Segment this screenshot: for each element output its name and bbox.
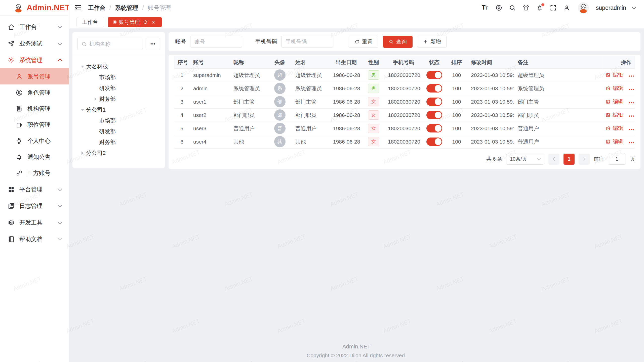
sidebar-subitem-profile-center[interactable]: 个人中心 [0,133,69,149]
col-modified: 修改时间 [467,56,514,68]
caret-down-icon [81,109,84,111]
add-button[interactable]: 新增 [417,36,447,48]
user-avatar[interactable] [578,2,589,13]
tree-node[interactable]: 研发部 [77,83,160,94]
sidebar-item-workbench[interactable]: 工作台 [0,19,69,35]
edit-pencil-icon [606,139,611,144]
cell-name: 普通用户 [292,122,330,135]
goto-label: 前往 [594,156,604,162]
sidebar-subitem-org-mgmt[interactable]: 机构管理 [0,101,69,117]
bell-icon[interactable] [536,4,543,11]
phone-input[interactable] [281,36,333,48]
edit-button[interactable]: 编辑 [606,138,623,145]
prev-page-button[interactable] [548,154,559,165]
accounts-table: 序号 账号 昵称 头像 姓名 出生日期 性别 手机号码 状态 排序 修改时间 [174,56,635,149]
user-icon[interactable] [563,4,570,11]
status-toggle[interactable] [426,84,442,93]
edit-button[interactable]: 编辑 [606,111,623,118]
table-row: 5 user3 普通用户 普 普通用户 1986-06-28 女 1802003… [174,122,635,135]
total-count: 共 6 条 [487,156,502,162]
status-toggle[interactable] [426,138,442,146]
edit-button[interactable]: 编辑 [606,125,623,132]
table-body: 1 superadmin 超级管理员 超 超级管理员 1986-06-28 男 … [174,68,635,148]
tree-node[interactable]: 市场部 [77,72,160,83]
query-button[interactable]: 查询 [383,36,413,48]
tree-node[interactable]: 研发部 [77,126,160,137]
status-toggle[interactable] [426,111,442,119]
sidebar-item-log-mgmt[interactable]: 日志管理 [0,198,69,214]
col-name: 姓名 [292,56,330,68]
edit-pencil-icon [606,99,611,104]
sidebar-item-dev-tools[interactable]: 开发工具 [0,214,69,231]
sidebar-subitem-notice[interactable]: 通知公告 [0,149,69,165]
user-name[interactable]: superadmin [596,5,626,11]
tree-node[interactable]: 大名科技 [77,61,160,72]
sidebar-item-system-mgmt[interactable]: 系统管理 [0,52,69,68]
search-icon [389,39,394,44]
more-actions-button[interactable]: ••• [629,87,634,92]
more-actions-button[interactable]: ••• [629,101,634,105]
more-actions-button[interactable]: ••• [629,141,634,145]
cell-order: 100 [446,135,467,148]
sidebar-subitem-account-mgmt[interactable]: 账号管理 [0,68,69,84]
goto-page-input[interactable] [608,154,626,165]
sidebar-subitem-role-mgmt[interactable]: 角色管理 [0,84,69,101]
refresh-icon[interactable] [143,20,148,25]
theme-icon[interactable] [522,4,530,11]
menu-fold-icon[interactable] [74,4,82,12]
account-input[interactable] [190,36,242,48]
org-search-box[interactable] [77,38,142,50]
cell-phone: 18020030720 [384,68,423,82]
cell-account: user2 [190,108,230,122]
edit-button[interactable]: 编辑 [606,71,623,78]
avatar: 部 [274,109,286,121]
page-number-button[interactable]: 1 [564,154,575,165]
sidebar-item-help-docs[interactable]: 帮助文档 [0,231,69,247]
toggle-knob [435,138,441,145]
font-size-icon[interactable]: TT [482,4,489,11]
breadcrumb-item[interactable]: 系统管理 [115,4,138,12]
next-page-button[interactable] [579,154,590,165]
cell-name: 超级管理员 [292,68,330,82]
more-actions-button[interactable]: ••• [629,127,634,131]
col-order: 排序 [446,56,467,68]
status-toggle[interactable] [426,71,442,79]
chevron-down-icon [537,156,541,160]
toggle-knob [435,112,441,118]
avatar: 系 [274,83,286,94]
page-size-select[interactable]: 10条/页 [506,154,544,165]
tab-workbench[interactable]: 工作台 [76,17,104,27]
close-icon[interactable] [151,20,156,25]
org-more-button[interactable]: ••• [146,38,160,50]
pagination: 共 6 条 10条/页 1 前往 页 [174,149,635,165]
search-icon[interactable] [509,4,516,11]
fullscreen-icon[interactable] [550,4,557,11]
toggle-knob [435,72,441,78]
tree-node[interactable]: 市场部 [77,115,160,126]
org-search-input[interactable] [89,41,139,47]
sidebar-subitem-third-party-account[interactable]: 三方账号 [0,165,69,181]
tree-node[interactable]: 分公司1 [77,104,160,115]
sidebar-subitem-position-mgmt[interactable]: 职位管理 [0,117,69,133]
reset-button[interactable]: 重置 [349,36,378,48]
tree-node[interactable]: 分公司2 [77,148,160,158]
cell-nickname: 其他 [230,135,268,148]
status-toggle[interactable] [426,124,442,132]
building-icon [16,105,23,112]
cell-remark: 部门职员 [514,108,602,122]
edit-pencil-icon [606,112,611,117]
tab-account-mgmt[interactable]: 账号管理 [108,17,162,27]
tree-node[interactable]: 财务部 [77,94,160,104]
cell-birth-date: 1986-06-28 [330,82,363,95]
sidebar-item-business-test[interactable]: 业务测试 [0,35,69,52]
breadcrumb-item[interactable]: 工作台 [88,4,105,12]
language-icon[interactable] [495,4,502,11]
edit-button[interactable]: 编辑 [606,85,623,92]
more-actions-button[interactable]: ••• [629,74,634,78]
status-toggle[interactable] [426,98,442,106]
sidebar-item-platform-mgmt[interactable]: 平台管理 [0,181,69,198]
tree-node[interactable]: 财务部 [77,137,160,148]
more-actions-button[interactable]: ••• [629,114,634,118]
col-account: 账号 [190,56,230,68]
edit-button[interactable]: 编辑 [606,98,623,105]
